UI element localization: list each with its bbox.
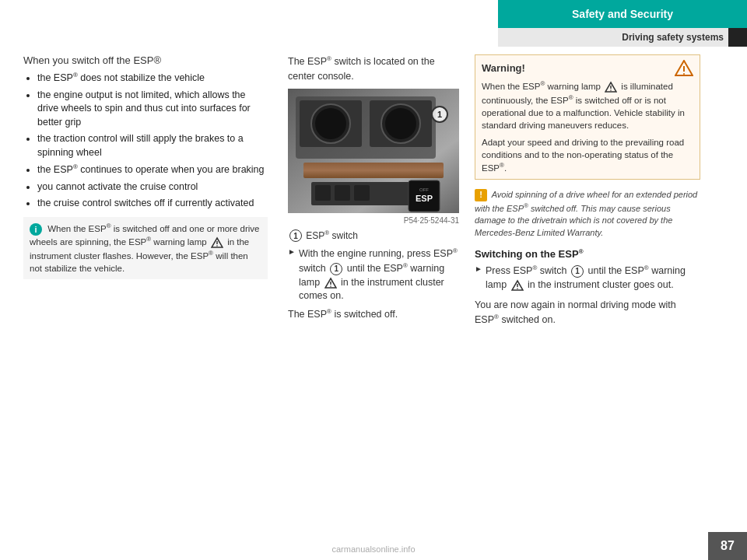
warning-header: Warning! [482,60,693,76]
sub-header: Driving safety systems [498,28,747,47]
page-number: 87 [721,539,735,553]
mid-column: The ESP® switch is located on the center… [280,47,467,529]
left-column: When you switch off the ESP® the ESP® do… [0,47,280,529]
warning-body: When the ESP® warning lamp is illuminate… [482,79,693,174]
car-image: OFF ESP 1 [288,89,459,213]
circle-marker-1: 1 [431,106,448,123]
warning-lamp-right [605,81,617,93]
caution-icon: ! [475,189,487,201]
svg-point-10 [385,108,416,139]
svg-rect-15 [354,185,370,201]
list-item: the ESP® does not stabilize the vehicle [37,71,268,86]
bullet-list: the ESP® does not stabilize the vehicle … [23,71,268,211]
warning-lamp-mid [324,277,337,289]
svg-text:ESP: ESP [416,194,433,203]
warning-lamp-right2 [511,279,524,292]
svg-point-2 [216,246,218,247]
header-bar: Safety and Security [498,0,747,28]
list-item: the engine output is not limited, which … [37,89,268,130]
normal-driving-text: You are now again in normal driving mode… [475,298,700,327]
warning-lamp-icon [211,236,223,249]
info-box: i When the ESP® is switched off and one … [23,217,268,280]
section-title: Switching on the ESP® [475,248,700,260]
info-icon: i [30,223,42,236]
header-title: Safety and Security [572,8,673,20]
switched-off-text: The ESP® is switched off. [288,307,459,322]
svg-point-24 [683,73,685,75]
info-box-text: When the ESP® is switched off and one or… [30,224,259,274]
watermark: carmanualsonline.info [331,544,415,554]
svg-point-27 [610,89,612,91]
right-column: Warning! When the ESP® warning lamp is i… [467,47,708,529]
list-item: the traction control will still apply th… [37,132,268,159]
circle-inline-1: 1 [289,229,302,242]
page-number-box: 87 [708,532,747,560]
svg-rect-14 [335,185,350,201]
svg-point-7 [315,108,346,139]
caution-text: Avoid spinning of a drive wheel for an e… [475,190,697,237]
list-item: you cannot activate the cruise control [37,180,268,194]
svg-point-21 [330,285,331,287]
left-intro: When you switch off the ESP® [23,54,268,66]
right-arrow-item: Press ESP® switch 1 until the ESP® warni… [475,264,700,292]
list-item: the cruise control switches off if curre… [37,197,268,211]
warning-triangle-icon [675,60,693,76]
circle-inline-2: 1 [330,263,342,275]
esp-switch-label: 1 ESP® switch [288,229,459,243]
svg-text:OFF: OFF [419,187,429,192]
sub-header-square [728,28,747,47]
mid-arrow-item: With the engine running, press ESP® swit… [288,247,459,303]
warning-box: Warning! When the ESP® warning lamp is i… [475,54,700,180]
caution-box: ! Avoid spinning of a drive wheel for an… [475,186,700,242]
image-caption: P54·25·5244-31 [288,216,459,225]
svg-rect-13 [315,185,331,201]
list-item: the ESP® continues to operate when you a… [37,163,268,177]
circle-inline-3: 1 [571,265,584,278]
warning-title: Warning! [482,62,525,74]
sub-header-text: Driving safety systems [622,32,724,43]
mid-intro-text: The ESP® switch is located on the center… [288,54,459,84]
svg-point-30 [517,288,518,289]
svg-rect-11 [303,163,444,178]
content-area: When you switch off the ESP® the ESP® do… [0,47,747,529]
